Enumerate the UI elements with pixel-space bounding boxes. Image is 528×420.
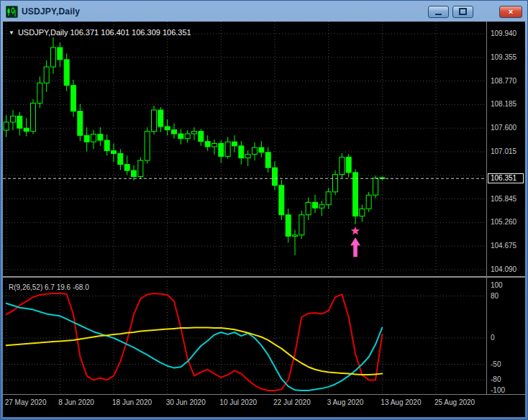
candle-body bbox=[373, 178, 378, 196]
candle-body bbox=[132, 170, 137, 176]
candle-body bbox=[326, 192, 331, 205]
indicator-axis-label: -80 bbox=[491, 375, 501, 383]
price-axis-label: 109.355 bbox=[491, 53, 516, 61]
price-axis-label: 104.090 bbox=[491, 265, 516, 273]
candle-body bbox=[185, 134, 190, 139]
candle-body bbox=[319, 205, 324, 208]
time-axis-label: 3 Aug 2020 bbox=[327, 398, 364, 406]
candle-body bbox=[152, 110, 157, 132]
candle-body bbox=[225, 142, 230, 156]
candle-body bbox=[333, 175, 338, 192]
candle-body bbox=[17, 116, 22, 128]
candle-body bbox=[104, 140, 109, 151]
yellow-oscillator-line bbox=[6, 327, 383, 375]
candle-body bbox=[165, 127, 170, 129]
candle-body bbox=[219, 144, 224, 157]
time-axis-label: 10 Jul 2020 bbox=[219, 398, 257, 406]
ohlc-text: USDJPY,Daily 106.371 106.401 106.309 106… bbox=[18, 28, 191, 37]
candle-body bbox=[232, 142, 237, 146]
candle-body bbox=[178, 134, 183, 139]
candle-body bbox=[58, 47, 63, 60]
chart-window-icon bbox=[6, 6, 18, 18]
indicator-axis-label: -50 bbox=[491, 360, 501, 368]
candle-body bbox=[353, 173, 358, 216]
mt4-chart-window: USDJPY,Daily × ▼USDJPY,Daily 106.371 106… bbox=[0, 0, 528, 420]
candle-body bbox=[346, 158, 351, 173]
candle-body bbox=[71, 86, 76, 111]
window-title: USDJPY,Daily bbox=[22, 6, 80, 17]
candle-body bbox=[98, 134, 103, 140]
price-axis-label: 107.015 bbox=[491, 147, 516, 155]
candle-body bbox=[286, 215, 291, 237]
time-axis-label: 27 May 2020 bbox=[5, 398, 47, 406]
candle-body bbox=[273, 168, 278, 186]
minimize-button[interactable] bbox=[428, 6, 449, 18]
price-axis-label: 108.770 bbox=[491, 77, 516, 85]
time-axis-label: 30 Jun 2020 bbox=[166, 398, 206, 406]
candle-body bbox=[172, 129, 177, 134]
price-axis-label: 105.260 bbox=[491, 218, 516, 226]
candle-body bbox=[212, 144, 217, 147]
indicator-axis-label: 0 bbox=[491, 334, 495, 342]
candle-body bbox=[111, 151, 117, 154]
titlebar[interactable]: USDJPY,Daily × bbox=[3, 2, 525, 21]
candle-body bbox=[91, 134, 96, 142]
ohlc-label: ▼USDJPY,Daily 106.371 106.401 106.309 10… bbox=[9, 28, 191, 37]
price-axis-label: 105.845 bbox=[491, 195, 516, 203]
time-axis-label: 18 Jun 2020 bbox=[112, 398, 152, 406]
cyan-oscillator-line bbox=[6, 303, 383, 391]
candle-body bbox=[366, 195, 371, 209]
candle-body bbox=[44, 67, 49, 83]
candle-body bbox=[192, 132, 197, 134]
candle-body bbox=[51, 47, 56, 67]
candle-body bbox=[199, 132, 204, 142]
time-axis[interactable]: 27 May 20208 Jun 202018 Jun 202030 Jun 2… bbox=[3, 394, 525, 417]
price-axis-label: 109.940 bbox=[491, 29, 516, 37]
candle-body bbox=[340, 158, 345, 175]
candle-body bbox=[293, 235, 298, 237]
candle-body bbox=[306, 202, 311, 214]
indicator-label: R(9,26,52) 6.7 19.6 -68.0 bbox=[9, 283, 89, 291]
price-chart[interactable] bbox=[3, 22, 486, 275]
candle-body bbox=[265, 152, 270, 168]
candle-body bbox=[205, 142, 210, 147]
current-price-label: 106.351 bbox=[488, 173, 524, 183]
time-axis-label: 25 Aug 2020 bbox=[434, 398, 475, 406]
indicator-axis-label: -100 bbox=[491, 386, 505, 394]
restore-icon bbox=[459, 8, 467, 15]
candle-body bbox=[64, 60, 69, 86]
candle-body bbox=[24, 128, 29, 131]
star-marker[interactable] bbox=[351, 227, 360, 235]
candle-body bbox=[124, 165, 129, 170]
symbol-dropdown-icon[interactable]: ▼ bbox=[9, 29, 14, 36]
candle-body bbox=[158, 110, 163, 127]
candle-body bbox=[84, 135, 89, 142]
price-axis[interactable]: 109.940109.355108.770108.185107.600107.0… bbox=[486, 22, 525, 394]
minimize-icon bbox=[435, 14, 442, 15]
up-arrow-marker[interactable] bbox=[350, 237, 360, 257]
candle-body bbox=[299, 215, 304, 235]
time-axis-label: 13 Aug 2020 bbox=[381, 398, 421, 406]
candle-body bbox=[78, 111, 83, 136]
chart-area: ▼USDJPY,Daily 106.371 106.401 106.309 10… bbox=[3, 22, 525, 417]
candle-body bbox=[11, 116, 16, 122]
candle-body bbox=[252, 147, 258, 155]
candle-body bbox=[145, 132, 150, 160]
indicator-panel[interactable] bbox=[3, 280, 486, 394]
candle-body bbox=[4, 122, 9, 130]
candle-body bbox=[31, 103, 36, 131]
panel-divider[interactable] bbox=[3, 276, 525, 278]
time-axis-label: 22 Jul 2020 bbox=[273, 398, 311, 406]
candle-body bbox=[118, 154, 123, 165]
price-axis-label: 107.600 bbox=[491, 124, 516, 132]
close-button[interactable]: × bbox=[499, 6, 522, 18]
price-axis-label: 104.675 bbox=[491, 242, 516, 250]
indicator-axis-label: 80 bbox=[491, 292, 499, 300]
indicator-axis-label: 100 bbox=[491, 281, 503, 289]
time-axis-label: 8 Jun 2020 bbox=[58, 398, 94, 406]
red-oscillator-line bbox=[6, 293, 383, 391]
candle-body bbox=[37, 83, 42, 103]
candle-body bbox=[279, 186, 284, 215]
restore-button[interactable] bbox=[452, 6, 473, 18]
candle-body bbox=[138, 160, 143, 176]
